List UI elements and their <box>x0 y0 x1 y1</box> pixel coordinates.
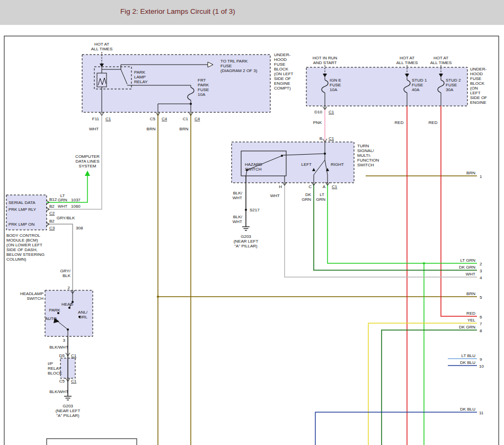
diagram-label: RELAY <box>48 366 61 371</box>
junction-dot <box>190 103 192 105</box>
diagram-label: ENGINE <box>274 81 290 86</box>
diagram-label: G203 <box>63 404 73 408</box>
diagram-label: BLOCK <box>48 371 63 376</box>
diagram-label: GRN <box>316 197 325 202</box>
diagram-label: RED <box>395 120 404 125</box>
junction-dot <box>157 296 159 298</box>
diagram-label: FUSE <box>274 62 285 67</box>
diagram-label: 9 <box>480 357 482 362</box>
diagram-label: FUSE <box>220 64 232 68</box>
diagram-label: BLK/ <box>233 215 243 219</box>
wiring-diagram: HOT ATALL TIMESPARKLAMPRELAYTO TRL PARKF… <box>0 0 504 445</box>
diagram-label: ALL TIMES <box>396 60 418 65</box>
diagram-label: 8 <box>480 328 482 333</box>
diagram-label: HOT AT <box>434 56 448 60</box>
diagram-label: YEL <box>467 318 476 323</box>
diagram-label: TO TRL PARK <box>220 59 248 64</box>
diagram-label: 10A <box>330 87 338 92</box>
diagram-label: C1 <box>183 117 189 121</box>
diagram-label: FRT <box>198 78 206 83</box>
diagram-label: A <box>323 184 326 189</box>
diagram-label: LEFT <box>301 162 312 167</box>
diagram-label: G203 <box>241 234 251 239</box>
diagram-label: PNK <box>313 120 322 125</box>
diagram-label: ENGINE <box>470 100 487 105</box>
diagram-label: HAZARD <box>245 162 262 167</box>
diagram-label: WHT <box>233 219 242 224</box>
diagram-label: SIDE OF DASH, <box>6 247 38 252</box>
junction-dot <box>68 307 70 309</box>
diagram-label: PRK LMP ON <box>8 222 34 227</box>
diagram-label: GRY/BLK <box>57 216 75 220</box>
diagram-label: BLOCK <box>470 81 485 86</box>
diagram-label: BLK/ <box>233 191 243 195</box>
diagram-label: SWITCH <box>26 296 43 301</box>
diagram-label: 1060 <box>71 204 81 209</box>
diagram-label: ALL TIMES <box>91 47 112 51</box>
diagram-label: DK <box>305 192 312 197</box>
diagram-label: "A" PILLAR) <box>234 244 258 248</box>
diagram-label: SIDE OF <box>274 76 291 81</box>
diagram-label: BLK/WHT <box>49 389 68 394</box>
diagram-label: (ON LEFT <box>274 72 294 76</box>
diagram-label: DATA LINES <box>75 159 99 164</box>
diagram-label: BRN <box>466 171 475 175</box>
diagram-label: C <box>308 184 312 189</box>
diagram-label: MULTI- <box>357 153 371 158</box>
diagram-label: 30A <box>446 87 454 92</box>
diagram-label: C1 <box>105 117 111 121</box>
diagram-label: 6 <box>480 315 482 319</box>
diagram-label: AND START <box>313 60 337 65</box>
diagram-label: 1 <box>480 174 482 179</box>
diagram-label: PRK LMP RLY <box>8 207 37 212</box>
diagram-label: 40A <box>412 87 420 92</box>
diagram-label: 308 <box>76 226 83 230</box>
diagram-label: FUSE <box>470 76 481 81</box>
diagram-label: SYSTEM <box>79 164 96 168</box>
diagram-label: D10 <box>314 110 322 114</box>
diagram-label: RED <box>429 120 438 125</box>
diagram-label: "A" PILLAR) <box>56 413 79 418</box>
diagram-label: B12 <box>49 197 57 202</box>
diagram-label: FUSE <box>198 87 209 92</box>
diagram-label: PARK <box>134 70 146 75</box>
diagram-label: HOOD <box>470 72 483 76</box>
diagram-label: (ON LOWER LEFT <box>6 243 42 247</box>
diagram-label: FUSE <box>330 83 341 87</box>
junction-dot <box>67 328 69 331</box>
diagram-label: 5 <box>480 295 482 300</box>
diagram-label: BLK <box>63 273 71 278</box>
diagram-label: AUTO <box>45 316 57 321</box>
diagram-label: FUSE <box>412 83 423 87</box>
diagram-label: WHT <box>270 193 280 198</box>
diagram-label: HEADLAMP <box>20 291 43 296</box>
diagram-label: WHT <box>233 195 242 200</box>
diagram-label: RIGHT <box>331 162 344 167</box>
diagram-label: H <box>279 184 282 189</box>
diagram-label: S217 <box>250 208 260 212</box>
diagram-label: HOOD <box>274 57 287 62</box>
diagram-label: C4 <box>162 117 167 121</box>
junction-dot <box>423 262 425 264</box>
diagram-label: LAMP <box>134 75 146 79</box>
diagram-label: WHT <box>89 127 99 131</box>
diagram-label: DRL <box>79 315 88 319</box>
junction-dot <box>324 153 326 155</box>
diagram-label: SERIAL DATA <box>8 200 36 205</box>
diagram-label: B2 <box>49 219 55 224</box>
diagram-label: C1 <box>71 353 77 358</box>
diagram-label: C1 <box>329 136 334 141</box>
diagram-label: BRN <box>466 291 475 296</box>
diagram-label: 10A <box>198 92 206 97</box>
diagram-label: 11 <box>479 411 484 415</box>
diagram-label: SIGNAL/ <box>357 148 374 153</box>
diagram-label: 7 <box>480 322 482 326</box>
diagram-label: BLK/WHT <box>49 345 68 350</box>
diagram-label: (NEAR LEFT <box>234 239 259 244</box>
diagram-label: ALL TIMES <box>430 60 452 65</box>
diagram-label: GRY/ <box>60 269 71 273</box>
diagram-label: 3 <box>480 269 482 273</box>
diagram-label: WHT <box>466 272 475 277</box>
diagram-label: DK BLU <box>460 407 475 412</box>
diagram-label: 2 <box>68 286 70 290</box>
